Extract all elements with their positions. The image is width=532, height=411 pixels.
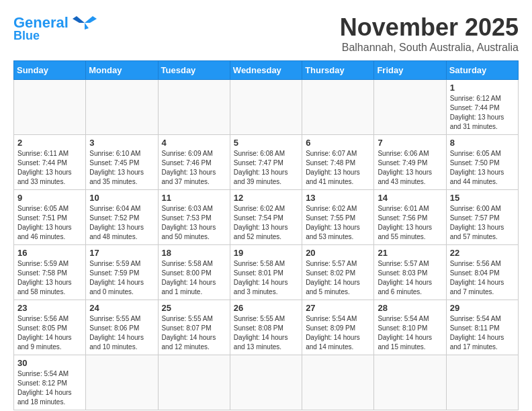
day-number: 24 xyxy=(89,303,154,313)
day-info: Sunrise: 5:59 AM Sunset: 7:58 PM Dayligh… xyxy=(17,259,82,297)
calendar-day-cell: 1Sunrise: 6:12 AM Sunset: 7:44 PM Daylig… xyxy=(446,80,518,135)
calendar-day-cell: 29Sunrise: 5:54 AM Sunset: 8:11 PM Dayli… xyxy=(446,300,518,355)
svg-marker-0 xyxy=(85,16,97,23)
logo-blue: Blue xyxy=(13,30,40,42)
day-of-week-header: Sunday xyxy=(14,61,86,80)
day-number: 2 xyxy=(17,138,82,148)
day-info: Sunrise: 5:59 AM Sunset: 7:59 PM Dayligh… xyxy=(89,259,154,297)
day-info: Sunrise: 6:11 AM Sunset: 7:44 PM Dayligh… xyxy=(17,149,82,187)
calendar-day-cell: 11Sunrise: 6:03 AM Sunset: 7:53 PM Dayli… xyxy=(158,190,230,245)
calendar-day-cell xyxy=(158,80,230,135)
day-info: Sunrise: 6:00 AM Sunset: 7:57 PM Dayligh… xyxy=(450,204,515,242)
day-of-week-header: Wednesday xyxy=(230,61,302,80)
calendar-day-cell xyxy=(374,355,446,410)
day-number: 18 xyxy=(162,248,226,258)
day-info: Sunrise: 6:07 AM Sunset: 7:48 PM Dayligh… xyxy=(306,149,370,187)
day-of-week-header: Monday xyxy=(86,61,158,80)
calendar-day-cell: 15Sunrise: 6:00 AM Sunset: 7:57 PM Dayli… xyxy=(446,190,518,245)
day-number: 16 xyxy=(17,248,82,258)
day-info: Sunrise: 6:10 AM Sunset: 7:45 PM Dayligh… xyxy=(89,149,154,187)
day-number: 9 xyxy=(17,193,82,203)
day-info: Sunrise: 6:03 AM Sunset: 7:53 PM Dayligh… xyxy=(162,204,226,242)
calendar-day-cell: 6Sunrise: 6:07 AM Sunset: 7:48 PM Daylig… xyxy=(302,135,374,190)
calendar-day-cell: 21Sunrise: 5:57 AM Sunset: 8:03 PM Dayli… xyxy=(374,245,446,300)
calendar-day-cell: 12Sunrise: 6:02 AM Sunset: 7:54 PM Dayli… xyxy=(230,190,302,245)
calendar-day-cell: 20Sunrise: 5:57 AM Sunset: 8:02 PM Dayli… xyxy=(302,245,374,300)
calendar-day-cell: 16Sunrise: 5:59 AM Sunset: 7:58 PM Dayli… xyxy=(14,245,86,300)
calendar-day-cell: 9Sunrise: 6:05 AM Sunset: 7:51 PM Daylig… xyxy=(14,190,86,245)
svg-marker-2 xyxy=(85,23,89,30)
calendar-week-row: 23Sunrise: 5:56 AM Sunset: 8:05 PM Dayli… xyxy=(14,300,519,355)
day-of-week-header: Friday xyxy=(374,61,446,80)
day-number: 11 xyxy=(162,193,226,203)
calendar-day-cell: 30Sunrise: 5:54 AM Sunset: 8:12 PM Dayli… xyxy=(14,355,86,410)
day-number: 1 xyxy=(450,83,515,93)
calendar-day-cell: 8Sunrise: 6:05 AM Sunset: 7:50 PM Daylig… xyxy=(446,135,518,190)
month-title: November 2025 xyxy=(340,13,519,42)
calendar-day-cell xyxy=(158,355,230,410)
day-info: Sunrise: 6:01 AM Sunset: 7:56 PM Dayligh… xyxy=(378,204,442,242)
day-of-week-header: Thursday xyxy=(302,61,374,80)
day-number: 4 xyxy=(162,138,226,148)
day-of-week-header: Tuesday xyxy=(158,61,230,80)
day-number: 20 xyxy=(306,248,370,258)
day-info: Sunrise: 5:54 AM Sunset: 8:11 PM Dayligh… xyxy=(450,314,515,352)
day-info: Sunrise: 5:57 AM Sunset: 8:02 PM Dayligh… xyxy=(306,259,370,297)
calendar-day-cell: 3Sunrise: 6:10 AM Sunset: 7:45 PM Daylig… xyxy=(86,135,158,190)
title-block: November 2025 Balhannah, South Australia… xyxy=(340,13,519,54)
calendar-day-cell: 19Sunrise: 5:58 AM Sunset: 8:01 PM Dayli… xyxy=(230,245,302,300)
day-of-week-header: Saturday xyxy=(446,61,518,80)
day-info: Sunrise: 5:58 AM Sunset: 8:00 PM Dayligh… xyxy=(162,259,226,297)
day-info: Sunrise: 5:58 AM Sunset: 8:01 PM Dayligh… xyxy=(234,259,298,297)
day-number: 14 xyxy=(378,193,442,203)
day-number: 12 xyxy=(234,193,298,203)
logo-bird-icon xyxy=(71,13,98,32)
calendar-day-cell: 4Sunrise: 6:09 AM Sunset: 7:46 PM Daylig… xyxy=(158,135,230,190)
day-number: 17 xyxy=(89,248,154,258)
calendar-day-cell xyxy=(230,355,302,410)
calendar-day-cell: 14Sunrise: 6:01 AM Sunset: 7:56 PM Dayli… xyxy=(374,190,446,245)
calendar-day-cell: 10Sunrise: 6:04 AM Sunset: 7:52 PM Dayli… xyxy=(86,190,158,245)
calendar-week-row: 16Sunrise: 5:59 AM Sunset: 7:58 PM Dayli… xyxy=(14,245,519,300)
day-number: 21 xyxy=(378,248,442,258)
day-info: Sunrise: 6:04 AM Sunset: 7:52 PM Dayligh… xyxy=(89,204,154,242)
day-number: 27 xyxy=(306,303,370,313)
day-info: Sunrise: 5:54 AM Sunset: 8:09 PM Dayligh… xyxy=(306,314,370,352)
day-info: Sunrise: 5:56 AM Sunset: 8:04 PM Dayligh… xyxy=(450,259,515,297)
calendar-day-cell xyxy=(302,355,374,410)
day-info: Sunrise: 5:55 AM Sunset: 8:06 PM Dayligh… xyxy=(89,314,154,352)
day-info: Sunrise: 6:08 AM Sunset: 7:47 PM Dayligh… xyxy=(234,149,298,187)
location-subtitle: Balhannah, South Australia, Australia xyxy=(340,42,519,54)
day-number: 28 xyxy=(378,303,442,313)
day-info: Sunrise: 6:02 AM Sunset: 7:54 PM Dayligh… xyxy=(234,204,298,242)
calendar-table: SundayMondayTuesdayWednesdayThursdayFrid… xyxy=(13,60,519,410)
day-number: 19 xyxy=(234,248,298,258)
day-number: 7 xyxy=(378,138,442,148)
day-info: Sunrise: 6:02 AM Sunset: 7:55 PM Dayligh… xyxy=(306,204,370,242)
day-info: Sunrise: 5:56 AM Sunset: 8:05 PM Dayligh… xyxy=(17,314,82,352)
day-info: Sunrise: 6:05 AM Sunset: 7:50 PM Dayligh… xyxy=(450,149,515,187)
calendar-day-cell: 7Sunrise: 6:06 AM Sunset: 7:49 PM Daylig… xyxy=(374,135,446,190)
day-number: 5 xyxy=(234,138,298,148)
calendar-day-cell: 24Sunrise: 5:55 AM Sunset: 8:06 PM Dayli… xyxy=(86,300,158,355)
day-number: 6 xyxy=(306,138,370,148)
day-info: Sunrise: 5:55 AM Sunset: 8:08 PM Dayligh… xyxy=(234,314,298,352)
day-number: 23 xyxy=(17,303,82,313)
calendar-week-row: 30Sunrise: 5:54 AM Sunset: 8:12 PM Dayli… xyxy=(14,355,519,410)
day-number: 26 xyxy=(234,303,298,313)
day-number: 10 xyxy=(89,193,154,203)
day-info: Sunrise: 6:06 AM Sunset: 7:49 PM Dayligh… xyxy=(378,149,442,187)
calendar-day-cell: 23Sunrise: 5:56 AM Sunset: 8:05 PM Dayli… xyxy=(14,300,86,355)
calendar-day-cell: 17Sunrise: 5:59 AM Sunset: 7:59 PM Dayli… xyxy=(86,245,158,300)
calendar-week-row: 1Sunrise: 6:12 AM Sunset: 7:44 PM Daylig… xyxy=(14,80,519,135)
day-number: 8 xyxy=(450,138,515,148)
calendar-day-cell xyxy=(302,80,374,135)
calendar-day-cell: 27Sunrise: 5:54 AM Sunset: 8:09 PM Dayli… xyxy=(302,300,374,355)
day-number: 22 xyxy=(450,248,515,258)
calendar-day-cell: 22Sunrise: 5:56 AM Sunset: 8:04 PM Dayli… xyxy=(446,245,518,300)
svg-marker-1 xyxy=(73,16,85,23)
calendar-day-cell: 5Sunrise: 6:08 AM Sunset: 7:47 PM Daylig… xyxy=(230,135,302,190)
calendar-day-cell xyxy=(230,80,302,135)
calendar-day-cell: 13Sunrise: 6:02 AM Sunset: 7:55 PM Dayli… xyxy=(302,190,374,245)
day-number: 13 xyxy=(306,193,370,203)
